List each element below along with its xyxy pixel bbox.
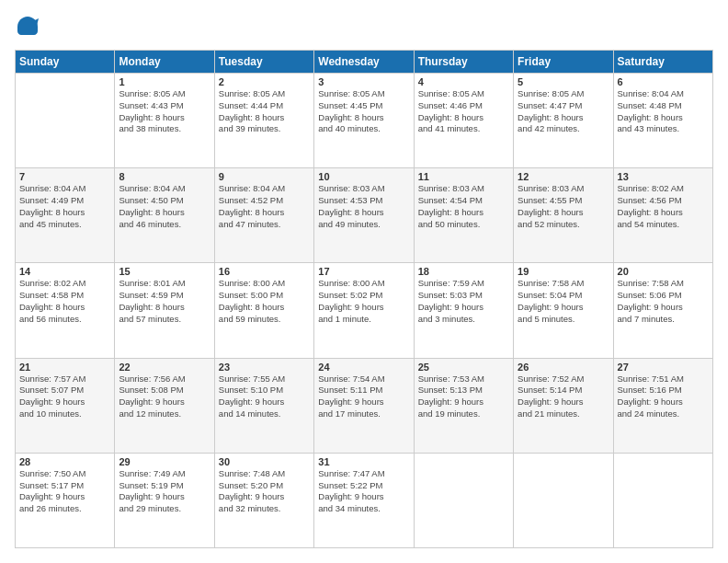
day-info: Sunrise: 8:02 AM Sunset: 4:58 PM Dayligh… [19,278,110,325]
day-info: Sunrise: 7:59 AM Sunset: 5:03 PM Dayligh… [418,278,509,325]
calendar-cell: 18Sunrise: 7:59 AM Sunset: 5:03 PM Dayli… [414,263,513,358]
calendar-cell [414,453,513,547]
day-number: 7 [19,171,110,182]
day-info: Sunrise: 7:54 AM Sunset: 5:11 PM Dayligh… [318,373,409,420]
day-number: 21 [19,362,110,373]
day-number: 16 [219,266,310,277]
calendar-week-row: 21Sunrise: 7:57 AM Sunset: 5:07 PM Dayli… [16,358,713,453]
calendar-cell: 14Sunrise: 8:02 AM Sunset: 4:58 PM Dayli… [16,263,115,358]
day-info: Sunrise: 8:03 AM Sunset: 4:55 PM Dayligh… [518,183,609,230]
day-info: Sunrise: 7:55 AM Sunset: 5:10 PM Dayligh… [219,373,310,420]
calendar-cell: 20Sunrise: 7:58 AM Sunset: 5:06 PM Dayli… [613,263,712,358]
weekday-header-thursday: Thursday [414,51,513,74]
calendar-cell: 7Sunrise: 8:04 AM Sunset: 4:49 PM Daylig… [16,168,115,263]
calendar-cell: 25Sunrise: 7:53 AM Sunset: 5:13 PM Dayli… [414,358,513,453]
day-number: 17 [318,266,409,277]
day-info: Sunrise: 7:57 AM Sunset: 5:07 PM Dayligh… [19,373,110,420]
day-number: 22 [119,362,210,373]
weekday-header-monday: Monday [115,51,214,74]
calendar-cell: 31Sunrise: 7:47 AM Sunset: 5:22 PM Dayli… [314,453,414,547]
calendar-cell: 9Sunrise: 8:04 AM Sunset: 4:52 PM Daylig… [214,168,313,263]
day-number: 12 [518,171,609,182]
weekday-header-tuesday: Tuesday [214,51,313,74]
day-info: Sunrise: 8:05 AM Sunset: 4:47 PM Dayligh… [518,88,609,135]
calendar-cell: 22Sunrise: 7:56 AM Sunset: 5:08 PM Dayli… [115,358,214,453]
logo [15,15,42,40]
day-number: 18 [418,266,509,277]
calendar-cell: 10Sunrise: 8:03 AM Sunset: 4:53 PM Dayli… [314,168,414,263]
calendar-week-row: 28Sunrise: 7:50 AM Sunset: 5:17 PM Dayli… [16,453,713,547]
day-info: Sunrise: 7:53 AM Sunset: 5:13 PM Dayligh… [418,373,509,420]
day-info: Sunrise: 7:51 AM Sunset: 5:16 PM Dayligh… [618,373,709,420]
day-number: 23 [219,362,310,373]
calendar-cell: 30Sunrise: 7:48 AM Sunset: 5:20 PM Dayli… [214,453,313,547]
day-number: 10 [318,171,409,182]
calendar-cell: 15Sunrise: 8:01 AM Sunset: 4:59 PM Dayli… [115,263,214,358]
day-info: Sunrise: 8:00 AM Sunset: 5:02 PM Dayligh… [318,278,409,325]
day-info: Sunrise: 7:48 AM Sunset: 5:20 PM Dayligh… [219,468,310,515]
calendar-cell [16,74,115,168]
calendar-cell: 6Sunrise: 8:04 AM Sunset: 4:48 PM Daylig… [613,74,712,168]
day-info: Sunrise: 8:05 AM Sunset: 4:44 PM Dayligh… [219,88,310,135]
day-number: 13 [618,171,709,182]
weekday-header-saturday: Saturday [613,51,712,74]
day-info: Sunrise: 8:04 AM Sunset: 4:49 PM Dayligh… [19,183,110,230]
weekday-header-sunday: Sunday [16,51,115,74]
day-info: Sunrise: 8:02 AM Sunset: 4:56 PM Dayligh… [618,183,709,230]
calendar-cell: 3Sunrise: 8:05 AM Sunset: 4:45 PM Daylig… [314,74,414,168]
calendar-week-row: 7Sunrise: 8:04 AM Sunset: 4:49 PM Daylig… [16,168,713,263]
day-info: Sunrise: 8:03 AM Sunset: 4:53 PM Dayligh… [318,183,409,230]
day-number: 28 [19,456,110,467]
day-number: 1 [119,76,210,87]
day-info: Sunrise: 7:49 AM Sunset: 5:19 PM Dayligh… [119,468,210,515]
day-number: 24 [318,362,409,373]
day-number: 19 [518,266,609,277]
calendar-cell [514,453,613,547]
day-info: Sunrise: 8:05 AM Sunset: 4:43 PM Dayligh… [119,88,210,135]
page: SundayMondayTuesdayWednesdayThursdayFrid… [0,0,728,563]
weekday-header-friday: Friday [514,51,613,74]
weekday-header-wednesday: Wednesday [314,51,414,74]
day-info: Sunrise: 8:04 AM Sunset: 4:48 PM Dayligh… [618,88,709,135]
calendar-cell: 28Sunrise: 7:50 AM Sunset: 5:17 PM Dayli… [16,453,115,547]
day-info: Sunrise: 7:56 AM Sunset: 5:08 PM Dayligh… [119,373,210,420]
day-number: 27 [618,362,709,373]
day-number: 3 [318,76,409,87]
calendar-cell: 23Sunrise: 7:55 AM Sunset: 5:10 PM Dayli… [214,358,313,453]
calendar-cell: 5Sunrise: 8:05 AM Sunset: 4:47 PM Daylig… [514,74,613,168]
day-info: Sunrise: 8:04 AM Sunset: 4:50 PM Dayligh… [119,183,210,230]
day-number: 6 [618,76,709,87]
day-info: Sunrise: 8:05 AM Sunset: 4:46 PM Dayligh… [418,88,509,135]
day-info: Sunrise: 8:03 AM Sunset: 4:54 PM Dayligh… [418,183,509,230]
day-info: Sunrise: 8:05 AM Sunset: 4:45 PM Dayligh… [318,88,409,135]
calendar-cell [613,453,712,547]
calendar-cell: 27Sunrise: 7:51 AM Sunset: 5:16 PM Dayli… [613,358,712,453]
calendar-table: SundayMondayTuesdayWednesdayThursdayFrid… [15,50,713,548]
day-number: 9 [219,171,310,182]
day-number: 15 [119,266,210,277]
calendar-cell: 12Sunrise: 8:03 AM Sunset: 4:55 PM Dayli… [514,168,613,263]
calendar-cell: 16Sunrise: 8:00 AM Sunset: 5:00 PM Dayli… [214,263,313,358]
calendar-cell: 17Sunrise: 8:00 AM Sunset: 5:02 PM Dayli… [314,263,414,358]
calendar-cell: 1Sunrise: 8:05 AM Sunset: 4:43 PM Daylig… [115,74,214,168]
calendar-cell: 21Sunrise: 7:57 AM Sunset: 5:07 PM Dayli… [16,358,115,453]
day-number: 14 [19,266,110,277]
day-number: 31 [318,456,409,467]
day-info: Sunrise: 7:58 AM Sunset: 5:06 PM Dayligh… [618,278,709,325]
calendar-cell: 11Sunrise: 8:03 AM Sunset: 4:54 PM Dayli… [414,168,513,263]
day-number: 30 [219,456,310,467]
day-info: Sunrise: 7:47 AM Sunset: 5:22 PM Dayligh… [318,468,409,515]
day-number: 20 [618,266,709,277]
weekday-header-row: SundayMondayTuesdayWednesdayThursdayFrid… [16,51,713,74]
calendar-week-row: 1Sunrise: 8:05 AM Sunset: 4:43 PM Daylig… [16,74,713,168]
day-info: Sunrise: 7:58 AM Sunset: 5:04 PM Dayligh… [518,278,609,325]
day-info: Sunrise: 8:00 AM Sunset: 5:00 PM Dayligh… [219,278,310,325]
day-info: Sunrise: 8:04 AM Sunset: 4:52 PM Dayligh… [219,183,310,230]
day-number: 4 [418,76,509,87]
day-number: 8 [119,171,210,182]
day-info: Sunrise: 8:01 AM Sunset: 4:59 PM Dayligh… [119,278,210,325]
logo-icon [15,15,40,40]
calendar-cell: 8Sunrise: 8:04 AM Sunset: 4:50 PM Daylig… [115,168,214,263]
header [15,15,713,40]
day-info: Sunrise: 7:50 AM Sunset: 5:17 PM Dayligh… [19,468,110,515]
